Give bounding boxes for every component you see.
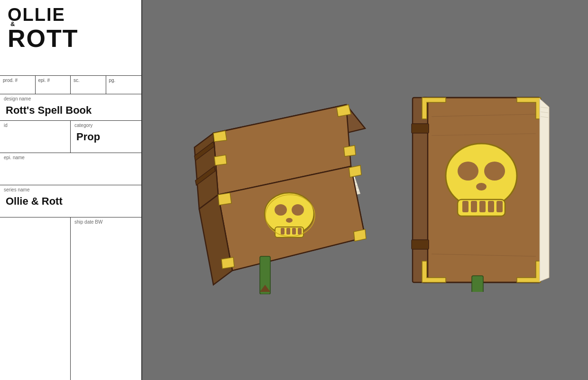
epi-num-cell: epi. #: [36, 76, 71, 94]
svg-rect-62: [472, 276, 483, 292]
svg-rect-30: [298, 228, 302, 235]
id-label: id: [4, 123, 66, 128]
svg-point-61: [476, 183, 487, 190]
category-cell: category Prop: [71, 121, 141, 153]
svg-point-33: [286, 218, 293, 223]
svg-marker-23: [221, 257, 234, 269]
svg-marker-20: [344, 145, 356, 156]
spell-book-front: [408, 88, 555, 292]
design-name-value: Rott's Spell Book: [4, 102, 138, 117]
ship-cell-right: ship date BW: [71, 217, 141, 380]
ship-cell-left: [0, 217, 71, 380]
svg-marker-48: [540, 99, 549, 281]
svg-rect-56: [479, 201, 486, 212]
design-name-label: design name: [4, 96, 138, 101]
svg-point-59: [458, 162, 478, 181]
category-label: category: [74, 123, 138, 128]
svg-point-52: [446, 144, 517, 208]
logo-area: OLLIE & ROTT: [0, 0, 141, 76]
svg-rect-28: [286, 228, 290, 235]
epi-name-section: epi. name: [0, 153, 141, 185]
series-name-label: series name: [4, 187, 138, 192]
svg-point-31: [275, 204, 287, 216]
art-panel: [142, 0, 588, 380]
ship-date-label: ship date BW: [74, 219, 138, 225]
svg-rect-57: [488, 201, 494, 212]
ship-date-row: ship date BW: [0, 217, 141, 380]
spell-book-perspective: [175, 86, 379, 294]
svg-marker-24: [354, 229, 366, 241]
svg-rect-55: [471, 201, 477, 212]
svg-marker-21: [218, 193, 231, 205]
id-cell: id: [0, 121, 71, 153]
design-name-section: design name Rott's Spell Book: [0, 94, 141, 121]
series-name-section: series name Ollie & Rott: [0, 185, 141, 217]
logo: OLLIE & ROTT: [8, 6, 79, 51]
svg-rect-40: [412, 240, 429, 249]
svg-rect-27: [281, 228, 285, 235]
series-name-value: Ollie & Rott: [4, 193, 138, 208]
svg-point-60: [484, 162, 505, 181]
logo-amp: &: [10, 21, 79, 27]
pg-cell: pg.: [106, 76, 142, 94]
id-category-row: id category Prop: [0, 121, 141, 153]
svg-rect-29: [292, 228, 296, 235]
svg-marker-22: [349, 165, 361, 177]
epi-name-label: epi. name: [4, 155, 138, 160]
prod-row: prod. # epi. # sc. pg.: [0, 76, 141, 94]
category-value: Prop: [74, 129, 138, 143]
logo-rott: ROTT: [8, 26, 79, 51]
book-container: [161, 86, 569, 294]
svg-rect-54: [462, 201, 469, 212]
svg-rect-39: [412, 124, 429, 133]
info-panel: OLLIE & ROTT prod. # epi. # sc. pg. desi…: [0, 0, 142, 380]
prod-num-cell: prod. #: [0, 76, 36, 94]
sc-cell: sc.: [71, 76, 106, 94]
svg-point-32: [292, 204, 304, 216]
svg-marker-17: [213, 131, 227, 142]
svg-rect-58: [496, 201, 503, 212]
svg-marker-19: [214, 155, 227, 165]
